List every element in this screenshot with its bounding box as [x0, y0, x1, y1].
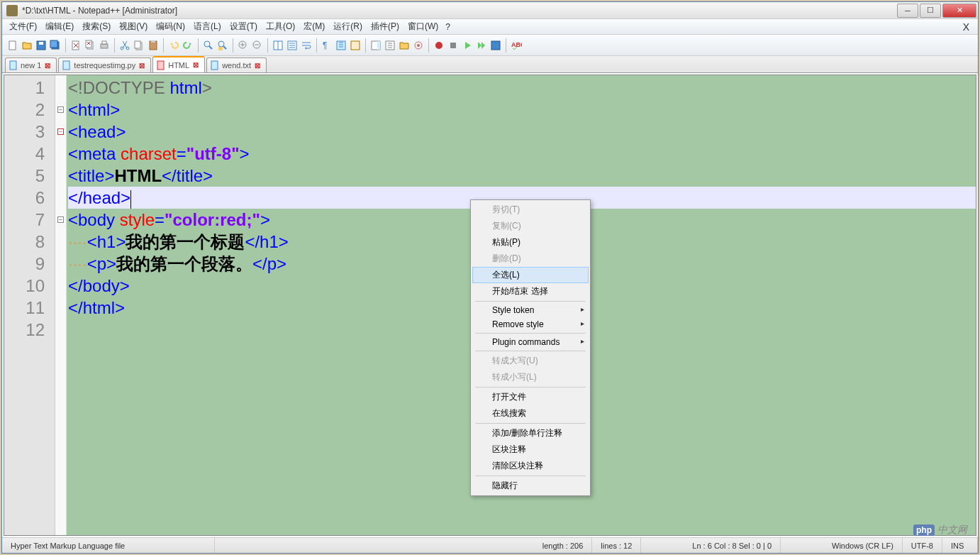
file-icon [210, 60, 220, 70]
svg-point-17 [218, 41, 224, 47]
status-mode[interactable]: INS [942, 538, 978, 553]
svg-rect-7 [86, 40, 91, 48]
stop-icon[interactable] [447, 39, 460, 52]
find-icon[interactable] [202, 39, 215, 52]
ctx-block-comment[interactable]: 区块注释 [472, 441, 589, 458]
menu-language[interactable]: 语言(L) [189, 19, 225, 34]
menu-search[interactable]: 搜索(S) [78, 19, 115, 34]
context-menu: 剪切(T) 复制(C) 粘贴(P) 删除(D) 全选(L) 开始/结束 选择 S… [470, 199, 591, 496]
ctx-clear-block-comment[interactable]: 清除区块注释 [472, 458, 589, 474]
ctx-online-search[interactable]: 在线搜索 [472, 405, 589, 422]
play-icon[interactable] [461, 39, 474, 52]
menu-view[interactable]: 视图(V) [115, 19, 152, 34]
menubar: 文件(F) 编辑(E) 搜索(S) 视图(V) 编码(N) 语言(L) 设置(T… [2, 19, 978, 35]
new-file-icon[interactable] [6, 39, 19, 52]
menu-plugins[interactable]: 插件(P) [367, 19, 403, 34]
menu-run[interactable]: 运行(R) [329, 19, 367, 34]
tab-bar: new 1 ⊠ testrequestimg.py ⊠ HTML ⊠ wend.… [2, 56, 978, 73]
ctx-paste[interactable]: 粘贴(P) [472, 234, 589, 251]
tab-new1[interactable]: new 1 ⊠ [5, 57, 57, 72]
print-icon[interactable] [98, 39, 111, 52]
app-icon [6, 5, 18, 16]
ctx-hide-lines[interactable]: 隐藏行 [472, 478, 589, 494]
indent-guide-icon[interactable] [335, 39, 347, 52]
menu-edit[interactable]: 编辑(E) [41, 19, 78, 34]
tab-close-icon[interactable]: ⊠ [253, 61, 262, 70]
ctx-plugin-commands[interactable]: Plugin commands [472, 335, 589, 349]
sync-h-icon[interactable] [286, 39, 299, 52]
menu-settings[interactable]: 设置(T) [225, 19, 262, 34]
record-icon[interactable] [433, 39, 445, 52]
menu-close-doc[interactable]: X [959, 20, 975, 34]
menu-file[interactable]: 文件(F) [5, 19, 41, 34]
tab-close-icon[interactable]: ⊠ [138, 61, 146, 70]
menu-window[interactable]: 窗口(W) [403, 19, 442, 34]
tab-wend[interactable]: wend.txt ⊠ [206, 57, 267, 72]
zoom-in-icon[interactable] [237, 39, 250, 52]
play-multi-icon[interactable] [475, 39, 488, 52]
fold-toggle-icon[interactable]: − [57, 216, 64, 223]
ctx-remove-style[interactable]: Remove style [472, 317, 589, 331]
svg-rect-38 [211, 61, 218, 70]
copy-icon[interactable] [133, 39, 145, 52]
svg-rect-33 [491, 41, 500, 50]
wordwrap-icon[interactable] [300, 39, 313, 52]
status-eol[interactable]: Windows (CR LF) [823, 538, 903, 553]
ctx-style-token[interactable]: Style token [472, 303, 589, 317]
folder-icon[interactable] [398, 39, 411, 52]
status-encoding[interactable]: UTF-8 [903, 538, 942, 553]
minimize-button[interactable]: ─ [897, 4, 918, 18]
menu-tools[interactable]: 工具(O) [262, 19, 299, 34]
spellcheck-icon[interactable]: ABC [510, 39, 523, 52]
cut-icon[interactable] [118, 39, 131, 52]
ctx-begin-end-select[interactable]: 开始/结束 选择 [472, 283, 589, 300]
close-all-icon[interactable] [84, 39, 96, 52]
tab-close-icon[interactable]: ⊠ [43, 61, 52, 70]
separator [475, 476, 586, 476]
file-icon [62, 60, 72, 70]
doc-map-icon[interactable] [369, 39, 382, 52]
fold-gutter[interactable]: − − − [55, 75, 67, 535]
ctx-select-all[interactable]: 全选(L) [472, 267, 589, 283]
redo-icon[interactable] [182, 39, 194, 52]
save-macro-icon[interactable] [489, 39, 502, 52]
show-all-char-icon[interactable]: ¶ [321, 39, 333, 52]
close-icon[interactable] [69, 39, 82, 52]
paste-icon[interactable] [147, 39, 160, 52]
replace-icon[interactable] [216, 39, 229, 52]
tab-close-icon[interactable]: ⊠ [191, 61, 200, 70]
zoom-out-icon[interactable] [251, 39, 264, 52]
maximize-button[interactable]: ☐ [920, 4, 941, 18]
svg-rect-2 [39, 42, 43, 45]
titlebar[interactable]: *D:\txt\HTML - Notepad++ [Administrator]… [2, 2, 978, 19]
svg-rect-35 [10, 61, 16, 70]
window-title: *D:\txt\HTML - Notepad++ [Administrator] [22, 6, 897, 16]
menu-help[interactable]: ? [441, 21, 455, 33]
menu-macro[interactable]: 宏(M) [299, 19, 329, 34]
fold-toggle-icon[interactable]: − [57, 128, 64, 135]
open-file-icon[interactable] [21, 39, 33, 52]
close-button[interactable]: ✕ [942, 4, 976, 18]
svg-rect-32 [450, 43, 456, 48]
lang-icon[interactable] [349, 39, 362, 52]
tab-html[interactable]: HTML ⊠ [152, 56, 205, 72]
svg-rect-36 [63, 61, 69, 70]
func-list-icon[interactable] [384, 39, 396, 52]
menu-encoding[interactable]: 编码(N) [152, 19, 189, 34]
save-icon[interactable] [35, 39, 48, 52]
tab-testrequestimg[interactable]: testrequestimg.py ⊠ [58, 57, 151, 72]
save-all-icon[interactable] [49, 39, 62, 52]
monitor-icon[interactable] [412, 39, 425, 52]
tab-label: new 1 [21, 61, 41, 70]
fold-toggle-icon[interactable]: − [57, 106, 64, 113]
status-lines: lines : 12 [592, 538, 641, 553]
sync-v-icon[interactable] [272, 39, 284, 52]
ctx-toggle-comment[interactable]: 添加/删除单行注释 [472, 425, 589, 441]
ctx-open-file[interactable]: 打开文件 [472, 389, 589, 405]
svg-rect-4 [50, 40, 57, 48]
svg-rect-13 [135, 41, 140, 48]
svg-point-30 [417, 44, 420, 47]
svg-rect-18 [218, 47, 223, 50]
undo-icon[interactable] [167, 39, 180, 52]
line-number-gutter: 123 456 789 101112 [4, 75, 55, 535]
